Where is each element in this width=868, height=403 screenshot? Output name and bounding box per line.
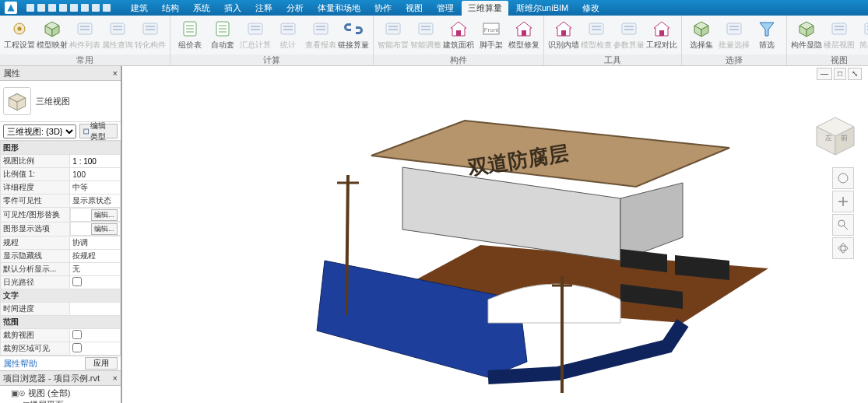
prop-value[interactable]: 100 (70, 168, 121, 181)
type-selector[interactable]: 三维视图: {3D} (3, 124, 76, 138)
ribbon-group-label: 视图 (787, 54, 868, 65)
type-name: 三维视图 (36, 96, 70, 107)
ribbon-label: 模型修复 (508, 40, 539, 51)
edit-type-button[interactable]: 编辑类型 (79, 124, 118, 138)
proj-set-icon (9, 19, 30, 39)
menu-tab-2[interactable]: 系统 (187, 1, 216, 16)
svg-rect-8 (80, 29, 90, 30)
prop-value[interactable] (70, 342, 121, 356)
prop-checkbox[interactable] (72, 277, 82, 286)
nav-zoom-icon[interactable] (832, 214, 854, 236)
menu-tab-5[interactable]: 分析 (280, 1, 310, 16)
ribbon-filter[interactable]: 筛选 (750, 17, 783, 54)
ribbon-group-select: 选择集批量选择筛选 选择 (682, 16, 787, 65)
navigation-bar[interactable] (832, 167, 852, 261)
apply-button[interactable]: 应用 (85, 357, 118, 370)
prop-value[interactable]: 编辑... (70, 222, 120, 236)
menu-tab-10[interactable]: 三维算量 (462, 1, 508, 16)
svg-rect-14 (146, 29, 155, 30)
menu-tab-3[interactable]: 插入 (218, 1, 248, 16)
svg-text:前: 前 (841, 134, 848, 142)
svg-rect-27 (283, 26, 293, 27)
nav-orbit-icon[interactable] (832, 237, 854, 259)
properties-help-link[interactable]: 属性帮助 (3, 358, 37, 370)
prop-checkbox[interactable] (72, 330, 82, 339)
menu-tab-1[interactable]: 结构 (156, 1, 185, 16)
project-browser[interactable]: ▣⊙ 视图 (全部) ⊟楼层平面 —-10.679—-13.306—一道防腐层—… (0, 386, 121, 403)
comp-list-icon (75, 19, 95, 39)
prop-edit-button[interactable]: 编辑... (91, 209, 118, 221)
prop-key: 裁剪视图 (1, 329, 70, 342)
ribbon-chain-calc[interactable]: 链接算量 (337, 17, 370, 54)
ribbon-price-list[interactable]: 组价表 (174, 17, 206, 54)
ribbon-group-view: 构件显隐楼层视图简易3D 视图 (787, 16, 868, 65)
ribbon-identify[interactable]: 识别内墙 (547, 17, 580, 54)
prop-value[interactable]: 协调 (70, 237, 121, 250)
view-cube[interactable]: 左 前 (812, 113, 859, 159)
menu-tab-6[interactable]: 体量和场地 (311, 1, 367, 16)
ribbon-proj-set[interactable]: 工程设置 (3, 17, 36, 54)
svg-rect-50 (624, 26, 634, 27)
property-grid[interactable]: 图形视图比例比例值 1:100详细程度中等零件可见性显示原状态可见性/图形替换编… (0, 141, 121, 356)
browser-close-icon[interactable]: × (113, 371, 118, 385)
tree-group[interactable]: 楼层平面 (30, 400, 64, 403)
model-view[interactable]: 双道防腐层 (122, 66, 868, 403)
menu-tab-7[interactable]: 协作 (368, 1, 398, 16)
auto-rule-icon (213, 19, 233, 39)
ribbon-model-fix[interactable]: 模型修复 (508, 17, 540, 54)
prop-value[interactable]: 编辑... (70, 208, 120, 222)
chain-calc-icon (343, 19, 364, 39)
ribbon-proj-compare[interactable]: 工程对比 (645, 17, 678, 54)
svg-rect-48 (592, 29, 601, 30)
prop-key: 图形显示选项 (1, 222, 70, 237)
prop-value[interactable] (70, 329, 121, 342)
prop-checkbox[interactable] (72, 343, 82, 352)
prop-value[interactable]: 按规程 (70, 250, 121, 263)
sel-set-icon (691, 19, 712, 39)
prop-value[interactable]: 中等 (70, 181, 121, 194)
ribbon-sel-set[interactable]: 选择集 (685, 17, 718, 54)
ribbon-scaffold[interactable]: Front脚手架 (475, 17, 508, 54)
ribbon-floor-view: 楼层视图 (823, 17, 856, 54)
ribbon-label: 统计 (280, 40, 296, 51)
nav-pan-icon[interactable] (832, 191, 854, 212)
properties-footer: 属性帮助 应用 (0, 356, 121, 370)
menu-tab-4[interactable]: 注释 (249, 1, 279, 16)
menu-tab-0[interactable]: 建筑 (125, 1, 154, 16)
prop-group-header: 图形 (1, 142, 121, 155)
ribbon-model-check: 模型检查 (580, 17, 613, 54)
browser-title-text: 项目浏览器 - 项目示例.rvt (3, 371, 100, 385)
nav-wheel-icon[interactable] (832, 167, 854, 189)
quick-access-toolbar[interactable] (26, 4, 111, 12)
menu-tab-9[interactable]: 管理 (430, 1, 460, 16)
prop-input[interactable] (72, 157, 118, 166)
menubar: 建筑 结构 系统 插入 注释 分析 体量和场地 协作 视图 管理 三维算量 斯维… (0, 0, 868, 16)
ribbon-label: 选择集 (690, 40, 713, 51)
svg-point-93 (838, 173, 848, 183)
tree-root[interactable]: 视图 (全部) (28, 388, 70, 398)
viewport[interactable]: — □ ⤡ 双道防腐层 (122, 66, 868, 403)
ribbon-build-area[interactable]: 建筑面积 (442, 17, 475, 54)
ribbon-label: 工程对比 (646, 40, 677, 51)
properties-close-icon[interactable]: × (113, 66, 118, 80)
prop-value[interactable]: 无 (70, 263, 121, 276)
svg-point-94 (838, 220, 845, 226)
browser-title: 项目浏览器 - 项目示例.rvt × (0, 370, 121, 386)
menu-tab-8[interactable]: 视图 (399, 1, 429, 16)
ribbon-comp-show[interactable]: 构件显隐 (790, 17, 823, 54)
ribbon-model-map[interactable]: 模型映射 (36, 17, 69, 54)
prop-value[interactable] (70, 303, 121, 316)
ribbon-label: 属性查询 (102, 40, 133, 51)
prop-edit-button[interactable]: 编辑... (91, 223, 118, 235)
statistics-icon (278, 19, 298, 39)
prop-value[interactable]: 显示原状态 (70, 194, 121, 208)
prop-key: 可见性/图形替换 (1, 208, 70, 223)
menu-tab-11[interactable]: 斯维尔uniBIM (510, 1, 575, 16)
menu-tab-12[interactable]: 修改 (576, 1, 606, 16)
svg-rect-39 (456, 30, 461, 36)
prop-value[interactable] (70, 276, 121, 289)
properties-title: 属性 × (0, 66, 121, 81)
ribbon-auto-rule[interactable]: 自动套 (206, 17, 239, 54)
prop-value[interactable] (70, 155, 121, 168)
svg-line-84 (346, 175, 348, 315)
